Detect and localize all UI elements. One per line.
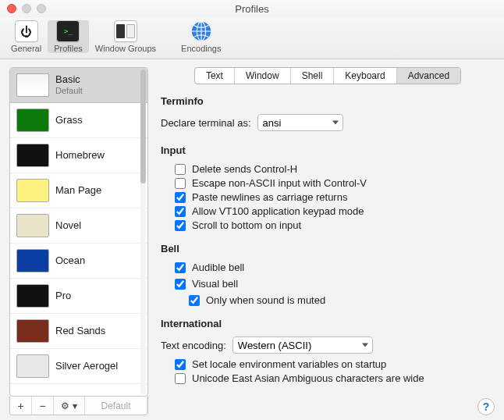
input-option-checkbox[interactable]	[175, 192, 186, 203]
toolbar-window-groups[interactable]: Window Groups	[89, 20, 162, 53]
declare-terminal-label: Declare terminal as:	[161, 117, 251, 129]
profile-thumbnail	[16, 249, 49, 272]
profiles-list-footer: + − ⚙ ▾ Default	[9, 397, 148, 415]
input-option-label: Paste newlines as carriage returns	[192, 191, 347, 203]
profile-item[interactable]: Silver Aerogel	[10, 349, 147, 384]
window-groups-icon	[114, 20, 137, 42]
input-option-label: Delete sends Control-H	[192, 163, 297, 175]
tab-shell[interactable]: Shell	[291, 68, 335, 84]
intl-option-label: Unicode East Asian Ambiguous characters …	[192, 372, 424, 384]
input-option-label: Allow VT100 application keypad mode	[192, 205, 364, 217]
add-profile-button[interactable]: +	[10, 397, 32, 415]
profile-name: Grass	[55, 115, 83, 126]
input-option-row: Allow VT100 application keypad mode	[175, 205, 495, 217]
panel-tabs: TextWindowShellKeyboardAdvanced	[161, 67, 495, 84]
input-option-checkbox[interactable]	[175, 220, 186, 231]
intl-option-checkbox[interactable]	[175, 373, 186, 384]
content: BasicDefaultGrassHomebrewMan PageNovelOc…	[0, 59, 504, 420]
settings-panel: TextWindowShellKeyboardAdvanced Terminfo…	[161, 67, 495, 415]
declare-terminal-row: Declare terminal as: ansi	[161, 114, 495, 131]
profile-item[interactable]: Pro	[10, 279, 147, 314]
input-option-checkbox[interactable]	[175, 164, 186, 175]
profile-item[interactable]: Homebrew	[10, 138, 147, 173]
profile-name: Red Sands	[55, 326, 105, 337]
only-muted-row: Only when sound is muted	[189, 294, 495, 306]
profiles-sidebar: BasicDefaultGrassHomebrewMan PageNovelOc…	[9, 67, 148, 415]
profile-name: Silver Aerogel	[55, 361, 118, 372]
input-option-row: Scroll to bottom on input	[175, 219, 495, 231]
toolbar-general[interactable]: ⏻ General	[5, 20, 48, 53]
section-terminfo-title: Terminfo	[161, 95, 495, 107]
profile-thumbnail	[16, 179, 49, 202]
input-option-row: Delete sends Control-H	[175, 163, 495, 175]
tab-advanced[interactable]: Advanced	[397, 68, 460, 84]
visual-bell-checkbox[interactable]	[175, 279, 186, 290]
audible-bell-row: Audible bell	[175, 262, 495, 273]
intl-option-label: Set locale environment variables on star…	[192, 358, 386, 370]
only-muted-checkbox[interactable]	[189, 295, 200, 306]
profile-actions-menu[interactable]: ⚙ ▾	[54, 397, 85, 415]
profile-thumbnail	[16, 284, 49, 308]
intl-option-checkbox[interactable]	[175, 359, 186, 370]
profile-thumbnail	[16, 354, 49, 378]
remove-profile-button[interactable]: −	[32, 397, 54, 415]
profile-name: Basic	[55, 74, 83, 86]
toolbar-encodings[interactable]: Encodings	[175, 20, 227, 53]
profile-item[interactable]: Grass	[10, 103, 147, 138]
input-option-label: Escape non-ASCII input with Control-V	[192, 177, 367, 189]
profile-item[interactable]: Red Sands	[10, 314, 147, 349]
globe-icon	[190, 20, 213, 42]
input-option-row: Paste newlines as carriage returns	[175, 191, 495, 203]
input-option-label: Scroll to bottom on input	[192, 219, 301, 231]
visual-bell-row: Visual bell	[175, 278, 495, 290]
profile-item[interactable]: Novel	[10, 208, 147, 244]
intl-option-row: Unicode East Asian Ambiguous characters …	[175, 372, 495, 384]
toolbar-profiles[interactable]: >_ Profiles	[48, 20, 89, 53]
visual-bell-label: Visual bell	[192, 278, 238, 290]
text-encoding-row: Text encoding: Western (ASCII)	[161, 336, 495, 354]
profile-subtitle: Default	[55, 86, 83, 96]
profile-thumbnail	[16, 109, 49, 132]
input-option-row: Escape non-ASCII input with Control-V	[175, 177, 495, 189]
tab-segment: TextWindowShellKeyboardAdvanced	[194, 67, 461, 84]
profile-name: Pro	[55, 290, 71, 302]
terminal-icon: >_	[56, 20, 80, 42]
audible-bell-checkbox[interactable]	[175, 262, 186, 273]
profile-item[interactable]: Man Page	[10, 173, 147, 208]
profiles-list[interactable]: BasicDefaultGrassHomebrewMan PageNovelOc…	[9, 67, 148, 397]
section-intl-title: International	[161, 318, 495, 329]
section-bell-title: Bell	[161, 243, 495, 254]
intl-option-row: Set locale environment variables on star…	[175, 358, 495, 370]
tab-keyboard[interactable]: Keyboard	[334, 68, 396, 84]
section-input-title: Input	[161, 144, 495, 156]
switch-icon: ⏻	[15, 20, 38, 42]
input-option-checkbox[interactable]	[175, 206, 186, 217]
profile-name: Novel	[55, 220, 81, 232]
profile-name: Ocean	[55, 255, 85, 267]
profile-thumbnail	[16, 319, 49, 343]
titlebar: Profiles	[0, 0, 504, 17]
tab-text[interactable]: Text	[195, 68, 235, 84]
text-encoding-label: Text encoding:	[161, 340, 226, 351]
help-button[interactable]: ?	[477, 398, 495, 415]
window-title: Profiles	[0, 3, 504, 15]
profile-thumbnail	[16, 144, 49, 167]
make-default-button[interactable]: Default	[85, 397, 147, 415]
scrollbar[interactable]	[140, 69, 146, 394]
profile-item[interactable]: Ocean	[10, 244, 147, 279]
profile-item[interactable]: BasicDefault	[10, 68, 147, 103]
toolbar: ⏻ General >_ Profiles Window Groups Enco…	[0, 17, 504, 59]
only-muted-label: Only when sound is muted	[206, 294, 325, 306]
text-encoding-select[interactable]: Western (ASCII)	[232, 336, 373, 354]
tab-window[interactable]: Window	[235, 68, 291, 84]
input-option-checkbox[interactable]	[175, 178, 186, 189]
profile-thumbnail	[16, 214, 49, 237]
declare-terminal-select[interactable]: ansi	[257, 114, 343, 131]
scrollbar-thumb[interactable]	[140, 69, 146, 183]
profile-name: Man Page	[55, 185, 101, 197]
profile-thumbnail	[16, 73, 49, 97]
audible-bell-label: Audible bell	[192, 262, 244, 273]
profile-name: Homebrew	[55, 150, 105, 162]
